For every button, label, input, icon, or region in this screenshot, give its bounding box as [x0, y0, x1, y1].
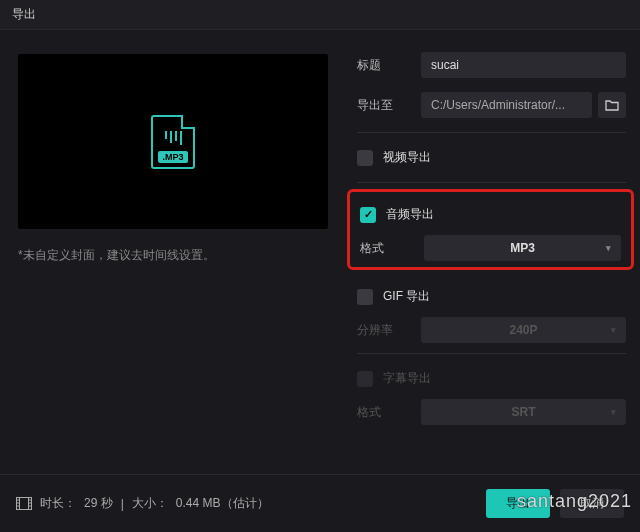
- audio-export-section: 音频导出: [360, 200, 621, 235]
- export-button[interactable]: 导出: [486, 489, 550, 518]
- left-panel: .MP3 *未自定义封面，建议去时间线设置。: [0, 30, 345, 470]
- subtitle-format-label: 格式: [357, 404, 411, 421]
- video-export-section: 视频导出: [357, 139, 626, 176]
- title-row: 标题: [357, 52, 626, 78]
- mp3-file-icon: .MP3: [151, 115, 195, 169]
- gif-export-section: GIF 导出: [357, 278, 626, 315]
- size-label: 大小：: [132, 495, 168, 512]
- main-content: .MP3 *未自定义封面，建议去时间线设置。 标题 导出至 C:/Users/A…: [0, 30, 640, 470]
- title-input[interactable]: [421, 52, 626, 78]
- gif-resolution-value: 240P: [509, 323, 537, 337]
- titlebar: 导出: [0, 0, 640, 30]
- video-export-checkbox[interactable]: [357, 150, 373, 166]
- export-path-text: C:/Users/Administrator/...: [421, 92, 592, 118]
- audio-export-checkbox[interactable]: [360, 207, 376, 223]
- video-export-label: 视频导出: [383, 149, 431, 166]
- cover-hint-text: *未自定义封面，建议去时间线设置。: [18, 247, 327, 264]
- size-value: 0.44 MB（估计）: [176, 495, 269, 512]
- duration-value: 29 秒: [84, 495, 113, 512]
- duration-label: 时长：: [40, 495, 76, 512]
- gif-resolution-select: 240P ▾: [421, 317, 626, 343]
- subtitle-format-value: SRT: [512, 405, 536, 419]
- chevron-down-icon: ▾: [611, 407, 616, 417]
- gif-resolution-label: 分辨率: [357, 322, 411, 339]
- cancel-button[interactable]: 取消: [560, 489, 624, 518]
- title-label: 标题: [357, 57, 411, 74]
- footer-info: 时长：29 秒 | 大小：0.44 MB（估计）: [16, 495, 269, 512]
- gif-resolution-row: 分辨率 240P ▾: [357, 317, 626, 343]
- audio-format-value: MP3: [510, 241, 535, 255]
- subtitle-export-label: 字幕导出: [383, 370, 431, 387]
- audio-format-select[interactable]: MP3 ▾: [424, 235, 621, 261]
- chevron-down-icon: ▾: [611, 325, 616, 335]
- audio-highlight-box: 音频导出 格式 MP3 ▾: [347, 189, 634, 270]
- audio-format-row: 格式 MP3 ▾: [360, 235, 621, 261]
- footer: 时长：29 秒 | 大小：0.44 MB（估计） 导出 取消: [0, 474, 640, 532]
- subtitle-export-checkbox[interactable]: [357, 371, 373, 387]
- export-to-label: 导出至: [357, 97, 411, 114]
- export-path-row: 导出至 C:/Users/Administrator/...: [357, 92, 626, 118]
- file-ext-badge: .MP3: [158, 151, 187, 163]
- subtitle-export-section: 字幕导出: [357, 360, 626, 397]
- audio-export-label: 音频导出: [386, 206, 434, 223]
- dialog-title: 导出: [12, 6, 36, 23]
- gif-export-label: GIF 导出: [383, 288, 430, 305]
- subtitle-format-row: 格式 SRT ▾: [357, 399, 626, 425]
- audio-format-label: 格式: [360, 240, 414, 257]
- film-icon: [16, 497, 32, 510]
- right-panel: 标题 导出至 C:/Users/Administrator/... 视频导出 音…: [345, 30, 640, 470]
- gif-export-checkbox[interactable]: [357, 289, 373, 305]
- folder-icon: [605, 99, 619, 111]
- subtitle-format-select: SRT ▾: [421, 399, 626, 425]
- footer-buttons: 导出 取消: [486, 489, 624, 518]
- chevron-down-icon: ▾: [606, 243, 611, 253]
- browse-folder-button[interactable]: [598, 92, 626, 118]
- preview-area: .MP3: [18, 54, 328, 229]
